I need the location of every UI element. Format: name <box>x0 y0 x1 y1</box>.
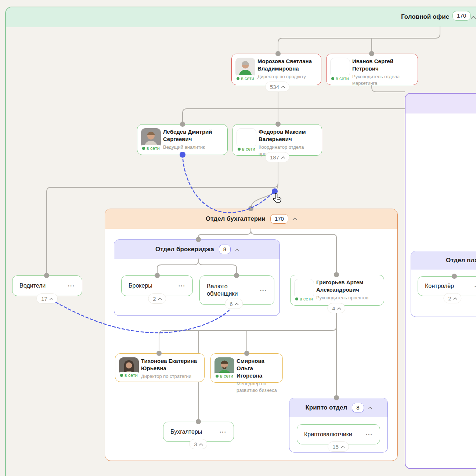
chevron-up-icon <box>453 297 457 301</box>
online-dot-icon <box>295 298 298 300</box>
person-role: Руководитель отдела маркетинга <box>352 73 413 87</box>
online-dot-icon <box>142 147 145 150</box>
online-dot-icon <box>237 77 239 80</box>
expand-pill-fedorov[interactable]: 187 <box>265 152 289 162</box>
subordinate-count: 4 <box>332 305 335 311</box>
marketing-header[interactable] <box>405 94 476 113</box>
person-card-smirnova[interactable]: Смирнова Ольга Игоревна Менеджер по разв… <box>210 353 283 383</box>
member-count: 2 <box>153 296 156 302</box>
status-badge: в сети <box>213 373 235 379</box>
accounting-count-badge: 170 <box>270 214 288 224</box>
chevron-up-icon <box>49 298 53 302</box>
chevron-up-icon <box>281 156 285 160</box>
team-card-brokers[interactable]: Брокеры ••• <box>121 275 193 296</box>
expand-pill-controller[interactable]: 2 <box>443 293 461 303</box>
ellipsis-menu-icon[interactable]: ••• <box>260 288 267 292</box>
chevron-up-icon <box>281 86 285 90</box>
status-badge: в сети <box>140 145 162 152</box>
person-card-lebedev[interactable]: Лебедев Дмитрий Сергеевич Ведущий аналит… <box>137 124 228 155</box>
person-card-morozova[interactable]: Морозова Светлана Владимировна Директор … <box>231 54 321 85</box>
team-label: Валюто обменщики <box>207 283 247 298</box>
collapse-chevron-up-icon[interactable] <box>235 248 239 252</box>
chevron-up-icon <box>235 303 239 307</box>
brokerage-count-badge: 8 <box>219 245 231 254</box>
expand-pill-cryptotraders[interactable]: 15 <box>328 441 349 452</box>
status-badge: в сети <box>234 75 256 82</box>
expand-pill-grigoriev[interactable]: 4 <box>327 303 345 313</box>
person-role: Руководитель проектов <box>316 295 379 301</box>
person-name: Смирнова Ольга Игоревна <box>237 357 278 379</box>
member-count: 2 <box>448 295 451 302</box>
ellipsis-menu-icon[interactable]: ••• <box>220 430 227 434</box>
chevron-up-icon <box>199 443 203 447</box>
avatar <box>235 58 255 77</box>
team-label: Контролёр <box>425 282 454 290</box>
person-card-ivanov[interactable]: Иванов Сергей Петрович Руководитель отде… <box>326 54 418 85</box>
crypto-count-badge: 8 <box>352 403 364 412</box>
team-label: Криптовалютчики <box>304 431 352 438</box>
online-dot-icon <box>120 374 123 377</box>
status-badge: в сети <box>329 75 351 82</box>
subordinate-count: 187 <box>270 154 279 161</box>
ellipsis-menu-icon[interactable]: ••• <box>68 284 75 288</box>
planning-title: Отдел пла <box>446 257 476 264</box>
person-name: Григорьев Артем Александрович <box>316 279 379 293</box>
head-office-title: Головной офис <box>401 13 449 21</box>
chevron-up-icon <box>340 446 345 450</box>
head-office-count-badge: 170 <box>452 11 470 21</box>
person-role: Директор по продукту <box>257 73 317 80</box>
ellipsis-menu-icon[interactable]: ••• <box>475 284 476 288</box>
team-label: Брокеры <box>129 282 152 289</box>
chevron-up-icon <box>337 307 341 311</box>
person-role: Ведущий аналитик <box>163 144 223 151</box>
expand-pill-accountants[interactable]: 3 <box>189 439 207 449</box>
person-name: Лебедев Дмитрий Сергеевич <box>163 128 223 143</box>
subordinate-count: 534 <box>270 84 279 90</box>
brokerage-header[interactable]: Отдел брокериджа 8 <box>114 240 280 259</box>
collapse-chevron-up-icon[interactable] <box>368 407 372 411</box>
head-office-header[interactable]: Головной офис 170 <box>6 7 476 27</box>
team-label: Водители <box>19 282 46 289</box>
expand-pill-morozova[interactable]: 534 <box>265 82 289 92</box>
team-card-drivers[interactable]: Водители ••• <box>12 275 82 296</box>
member-count: 3 <box>194 441 197 447</box>
person-card-tikhonova[interactable]: Тихонова Екатерина Юрьевна Директор по с… <box>115 353 205 382</box>
member-count: 15 <box>332 444 339 450</box>
expand-pill-brokers[interactable]: 2 <box>148 293 166 304</box>
chevron-up-icon <box>158 298 162 302</box>
status-badge: в сети <box>235 146 257 152</box>
person-card-grigoriev[interactable]: Григорьев Артем Александрович Руководите… <box>290 275 384 306</box>
ellipsis-menu-icon[interactable]: ••• <box>178 284 185 288</box>
accounting-title: Отдел бухгалтерии <box>206 215 266 223</box>
accounting-header[interactable]: Отдел бухгалтерии 170 <box>105 209 397 229</box>
member-count: 17 <box>41 296 47 302</box>
avatar <box>330 58 350 77</box>
brokerage-title: Отдел брокериджа <box>155 246 214 253</box>
crypto-header[interactable]: Крипто отдел 8 <box>289 398 387 417</box>
collapse-chevron-up-icon[interactable] <box>471 16 476 21</box>
expand-pill-exchangers[interactable]: 6 <box>225 299 243 309</box>
planning-header[interactable]: Отдел пла <box>411 251 476 270</box>
person-role: Менеджер по развитию бизнеса <box>237 381 278 394</box>
ellipsis-menu-icon[interactable]: ••• <box>366 432 373 437</box>
avatar <box>237 128 256 148</box>
person-name: Тихонова Екатерина Юрьевна <box>141 357 200 372</box>
person-card-fedorov[interactable]: Федоров Максим Валерьевич Координатор от… <box>232 124 322 156</box>
status-badge: в сети <box>293 296 315 302</box>
person-name: Иванов Сергей Петрович <box>352 58 413 72</box>
org-chart-canvas[interactable]: Головной офис 170 Отдел бухгалтерии 170 … <box>0 0 476 476</box>
person-name: Федоров Максим Валерьевич <box>259 128 317 143</box>
crypto-title: Крипто отдел <box>305 404 347 411</box>
person-name: Морозова Светлана Владимировна <box>257 58 317 72</box>
online-dot-icon <box>238 148 241 151</box>
team-label: Бухгалтеры <box>170 428 202 436</box>
person-role: Директор по стратегии <box>141 373 200 380</box>
status-badge: в сети <box>118 372 140 379</box>
expand-pill-drivers[interactable]: 17 <box>36 293 58 304</box>
member-count: 6 <box>230 301 232 307</box>
online-dot-icon <box>331 77 334 80</box>
collapse-chevron-up-icon[interactable] <box>292 217 298 223</box>
online-dot-icon <box>216 375 219 378</box>
